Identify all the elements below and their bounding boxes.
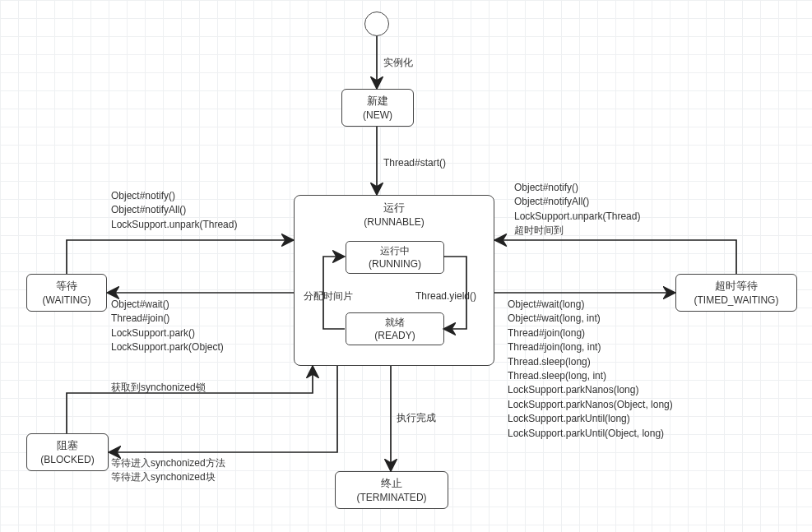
state-new-cn: 新建 [367,94,388,109]
state-terminated: 终止 (TERMINATED) [335,471,448,509]
state-waiting: 等待 (WAITING) [26,274,107,312]
state-timed-cn: 超时等待 [715,279,758,294]
state-blocked-en: (BLOCKED) [40,453,94,467]
label-to-blocked: 等待进入synchonized方法等待进入synchonized块 [111,456,225,485]
label-thread-start: Thread#start() [383,156,446,170]
label-from-waiting: Object#notify()Object#notifyAll()LockSup… [111,189,237,232]
state-ready-cn: 就绪 [385,316,405,329]
state-waiting-en: (WAITING) [43,294,91,308]
label-from-timed: Object#notify()Object#notifyAll()LockSup… [514,181,640,238]
state-running-cn: 运行中 [380,244,410,257]
label-to-terminated: 执行完成 [397,411,436,425]
label-to-waiting: Object#wait()Thread#join()LockSupport.pa… [111,298,224,355]
state-timed-en: (TIMED_WAITING) [694,294,779,308]
state-timed-waiting: 超时等待 (TIMED_WAITING) [675,274,797,312]
state-blocked: 阻塞 (BLOCKED) [26,433,109,471]
state-runnable-cn: 运行 [295,201,494,215]
state-new: 新建 (NEW) [341,89,414,127]
state-terminated-cn: 终止 [381,476,402,491]
state-new-en: (NEW) [363,109,392,123]
label-to-timed: Object#wait(long)Object#wait(long, int)T… [508,298,673,441]
state-terminated-en: (TERMINATED) [356,491,426,505]
state-runnable-en: (RUNNABLE) [295,215,494,229]
state-running-en: (RUNNING) [369,257,421,271]
state-ready: 就绪 (READY) [346,312,444,345]
start-node [364,12,389,36]
label-yield: Thread.yield() [415,289,476,303]
label-from-blocked: 获取到synchonized锁 [111,381,206,395]
label-alloc-slice: 分配时间片 [304,289,353,303]
state-ready-en: (READY) [374,329,415,342]
label-instantiate: 实例化 [383,56,413,70]
state-blocked-cn: 阻塞 [57,438,78,453]
state-running: 运行中 (RUNNING) [346,241,444,274]
state-runnable: 运行 (RUNNABLE) 运行中 (RUNNING) 就绪 (READY) [294,195,494,366]
state-waiting-cn: 等待 [56,279,77,294]
